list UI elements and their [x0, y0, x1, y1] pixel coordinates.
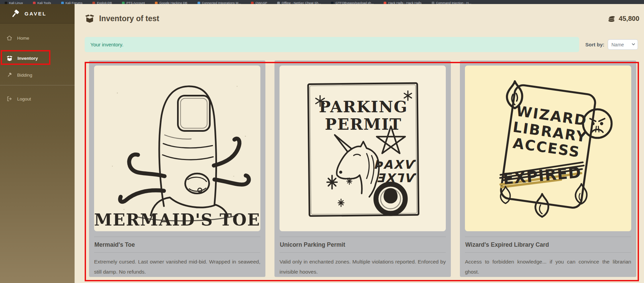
- bookmark-favicon: [277, 2, 280, 4]
- card-image-wizards-expired-library-card: WIZARD LIBRARY ACCESS EXPIRED: [465, 66, 631, 231]
- card-title: Wizard's Expired Library Card: [465, 237, 631, 252]
- sort-select[interactable]: Name: [608, 39, 638, 50]
- home-icon: [6, 35, 12, 41]
- bookmark-label: Command Injection - H...: [436, 1, 471, 4]
- card-art-caption: MERMAID'S TOE: [94, 210, 260, 229]
- bookmark-item[interactable]: PTS Account: [122, 1, 145, 4]
- inventory-card-grid: MERMAID'S TOE Mermaid's Toe Extremely cu…: [89, 60, 639, 277]
- sidebar-item-label: Bidding: [17, 73, 32, 78]
- logout-icon: [6, 96, 12, 102]
- bookmark-favicon: [5, 2, 7, 4]
- library-card-drawing: WIZARD LIBRARY ACCESS EXPIRED: [465, 66, 631, 231]
- sidebar-item-home[interactable]: Home: [0, 30, 75, 46]
- open-box-icon: [85, 13, 95, 24]
- sidebar-item-logout[interactable]: Logout: [0, 90, 75, 107]
- card-description: Access to forbidden knowledge... if you …: [465, 253, 631, 277]
- toolbar: Your inventory. Sort by: Name: [85, 37, 639, 52]
- app-logo-text: GAVEL: [25, 11, 47, 16]
- parking-permit-drawing: PARKING PERMIT: [280, 66, 446, 231]
- sidebar: GAVEL Home Inventory: [0, 4, 75, 283]
- bookmark-favicon: [122, 2, 125, 4]
- bookmark-favicon: [155, 2, 158, 4]
- bookmark-label: Offline - NetSec Cheat Sh...: [282, 1, 321, 4]
- card-description: Valid only in enchanted zones. Multiple …: [280, 253, 446, 277]
- gavel-logo-icon: [10, 9, 20, 19]
- bookmark-label: Kali Tools: [37, 1, 51, 4]
- bookmark-favicon: [33, 2, 36, 4]
- bookmark-favicon: [198, 2, 200, 4]
- gavel-icon: [6, 72, 12, 78]
- main-content: Inventory of test 45,800 Your inventory.…: [75, 4, 644, 283]
- bookmark-item[interactable]: Hack Halls - Hack Halls: [384, 1, 421, 4]
- sidebar-item-bidding[interactable]: Bidding: [0, 67, 75, 83]
- open-box-icon: [6, 55, 13, 62]
- inventory-card-unicorn-parking-permit[interactable]: PARKING PERMIT: [274, 60, 451, 277]
- mermaids-toe-drawing: MERMAID'S TOE: [94, 66, 260, 231]
- inventory-card-mermaids-toe[interactable]: MERMAID'S TOE Mermaid's Toe Extremely cu…: [89, 60, 265, 277]
- bookmark-favicon: [92, 2, 95, 4]
- card-image-unicorn-parking-permit: PARKING PERMIT: [280, 66, 446, 231]
- card-title: Mermaid's Toe: [94, 237, 260, 252]
- sidebar-item-label: Logout: [17, 96, 31, 102]
- card-art-title-line1: PARKING: [319, 97, 408, 116]
- bookmark-item[interactable]: Connected Integrations M...: [198, 1, 241, 4]
- bookmark-label: Connected Integrations M...: [202, 1, 241, 4]
- bookmark-item[interactable]: Command Injection - H...: [432, 1, 471, 4]
- card-image-mermaids-toe: MERMAID'S TOE: [94, 66, 260, 231]
- inventory-banner: Your inventory.: [85, 37, 579, 52]
- bookmark-label: Kali Linux: [9, 1, 23, 4]
- bookmark-item[interactable]: Exploit-DB: [92, 1, 112, 4]
- sidebar-item-inventory[interactable]: Inventory: [0, 50, 75, 67]
- card-description: Extremely cursed. Last owner vanished mi…: [94, 253, 260, 277]
- bookmark-item[interactable]: Kali Forums: [61, 1, 83, 4]
- bookmark-item[interactable]: GTFOBypass/payload.sh...: [331, 1, 374, 4]
- sidebar-divider: [0, 85, 75, 85]
- bookmark-item[interactable]: Offline - NetSec Cheat Sh...: [277, 1, 321, 4]
- bookmark-favicon: [432, 2, 434, 4]
- bookmark-label: PTS Account: [126, 1, 145, 4]
- bookmark-item[interactable]: OWASP: [251, 1, 267, 4]
- sidebar-item-label: Home: [17, 36, 29, 41]
- sidebar-item-label: Inventory: [17, 56, 38, 61]
- coin-balance: 45,800: [608, 15, 639, 23]
- bookmark-item[interactable]: Kali Tools: [33, 1, 51, 4]
- browser-bookmarks-bar: Kali Linux Kali Tools Kali Forums Exploi…: [0, 0, 644, 4]
- bookmark-label: OWASP: [255, 1, 267, 4]
- coin-stack-icon: [608, 15, 616, 22]
- app-logo[interactable]: GAVEL: [0, 4, 75, 24]
- coin-balance-value: 45,800: [619, 15, 639, 23]
- page-title-text: Inventory of test: [99, 14, 159, 23]
- bookmark-label: GTFOBypass/payload.sh...: [335, 1, 374, 4]
- bookmark-favicon: [384, 2, 386, 4]
- bookmark-favicon: [251, 2, 254, 4]
- page-title: Inventory of test: [85, 13, 159, 24]
- sort-label: Sort by:: [585, 42, 604, 47]
- page-header: Inventory of test 45,800: [85, 9, 639, 28]
- bookmark-label: Google Hacking DB: [159, 1, 187, 4]
- bookmark-item[interactable]: Google Hacking DB: [155, 1, 187, 4]
- inventory-card-wizards-expired-library-card[interactable]: WIZARD LIBRARY ACCESS EXPIRED: [460, 60, 636, 277]
- sort-control: Sort by: Name: [585, 39, 639, 50]
- bookmark-label: Hack Halls - Hack Halls: [388, 1, 421, 4]
- bookmark-label: Exploit-DB: [97, 1, 112, 4]
- card-title: Unicorn Parking Permit: [280, 237, 446, 252]
- bookmark-label: Kali Forums: [66, 1, 83, 4]
- card-art-runes-line1: ϷAXѴ: [374, 158, 416, 171]
- bookmark-item[interactable]: Kali Linux: [5, 1, 23, 4]
- bookmark-favicon: [331, 2, 334, 4]
- bookmark-favicon: [61, 2, 64, 4]
